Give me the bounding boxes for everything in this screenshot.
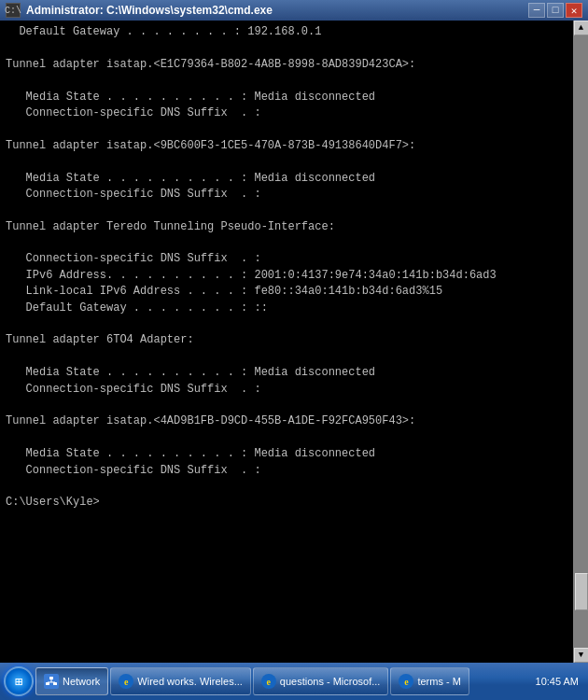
taskbar-ie1-label: Wired works. Wireles... [137, 676, 242, 687]
taskbar: ⊞ Network e Wired works. Wireles... e qu… [0, 663, 588, 700]
svg-rect-0 [49, 677, 53, 679]
scroll-thumb[interactable] [575, 573, 588, 610]
taskbar-ie3-label: terms - M [417, 676, 460, 687]
ie1-icon: e [119, 674, 133, 689]
taskbar-ie2-label: questions - Microsof... [280, 676, 381, 687]
maximize-button[interactable]: □ [547, 3, 564, 18]
start-button[interactable]: ⊞ [4, 666, 34, 696]
system-tray: 10:45 AM [530, 676, 584, 687]
taskbar-item-ie2[interactable]: e questions - Microsof... [253, 667, 389, 695]
window-controls: ─ □ ✕ [528, 3, 582, 18]
ie3-icon: e [399, 674, 413, 689]
close-button[interactable]: ✕ [566, 3, 582, 18]
scroll-up-arrow[interactable]: ▲ [574, 21, 589, 35]
terminal-wrapper: Default Gateway . . . . . . . . : 192.16… [0, 21, 588, 663]
taskbar-item-ie3[interactable]: e terms - M [390, 667, 469, 695]
title-bar-left: C:\ Administrator: C:\Windows\system32\c… [6, 3, 273, 18]
window-title: Administrator: C:\Windows\system32\cmd.e… [26, 4, 273, 17]
taskbar-item-ie1[interactable]: e Wired works. Wireles... [110, 667, 250, 695]
cmd-icon: C:\ [6, 3, 21, 18]
scroll-down-arrow[interactable]: ▼ [574, 648, 589, 663]
taskbar-item-network[interactable]: Network [35, 667, 108, 695]
ie2-icon: e [261, 674, 276, 689]
tray-time: 10:45 AM [536, 676, 579, 687]
scroll-track[interactable] [574, 35, 589, 648]
title-bar: C:\ Administrator: C:\Windows\system32\c… [0, 0, 588, 21]
scrollbar[interactable]: ▲ ▼ [573, 21, 588, 663]
taskbar-network-label: Network [63, 676, 100, 687]
network-icon [44, 674, 59, 689]
minimize-button[interactable]: ─ [528, 3, 545, 18]
terminal-output[interactable]: Default Gateway . . . . . . . . : 192.16… [0, 21, 573, 663]
start-orb-icon: ⊞ [15, 674, 22, 690]
